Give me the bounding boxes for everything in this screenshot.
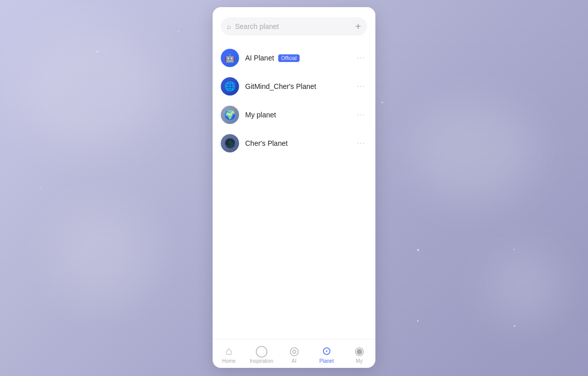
planet-nav-label: Planet — [319, 358, 334, 364]
planet-list-item[interactable]: 🌍My planet··· — [213, 101, 375, 129]
planet-list-item[interactable]: 🤖AI PlanetOfficial··· — [213, 44, 375, 72]
star-decoration — [178, 30, 179, 32]
planet-info: AI PlanetOfficial — [245, 54, 349, 62]
home-nav-icon: ⌂ — [225, 346, 232, 357]
star-decoration — [41, 188, 42, 189]
nav-item-ai[interactable]: ◎AI — [278, 343, 310, 366]
planet-info: Cher's Planet — [245, 139, 349, 147]
star-decoration — [417, 249, 419, 251]
star-decoration — [514, 325, 515, 327]
nav-item-inspiration[interactable]: ◯Inspiration — [245, 343, 278, 366]
star-decoration — [514, 249, 515, 250]
planet-more-button[interactable]: ··· — [355, 137, 367, 150]
blob-decoration — [410, 102, 537, 203]
nav-item-my[interactable]: ◉My — [343, 343, 375, 366]
nav-item-home[interactable]: ⌂Home — [213, 343, 245, 366]
my-nav-icon: ◉ — [355, 346, 364, 357]
planet-more-button[interactable]: ··· — [355, 80, 367, 93]
nav-item-planet[interactable]: ⊙Planet — [310, 343, 343, 366]
planet-avatar: 🌑 — [221, 134, 239, 152]
plus-icon: + — [355, 21, 361, 32]
blob-decoration — [486, 249, 563, 325]
bottom-nav: ⌂Home◯Inspiration◎AI⊙Planet◉My — [213, 339, 375, 368]
blob-decoration — [15, 25, 168, 152]
star-decoration — [381, 102, 383, 103]
planet-more-button[interactable]: ··· — [355, 51, 367, 65]
add-planet-button[interactable]: + — [355, 21, 361, 32]
ai-nav-label: AI — [291, 358, 296, 364]
star-decoration — [417, 320, 419, 322]
inspiration-nav-label: Inspiration — [250, 358, 273, 364]
planet-more-button[interactable]: ··· — [355, 108, 367, 121]
search-input[interactable] — [235, 22, 351, 30]
planet-list-item[interactable]: 🌐GitMind_Cher's Planet··· — [213, 72, 375, 101]
inspiration-nav-icon: ◯ — [255, 346, 268, 357]
planet-panel: × ▶ ⌕ + 🤖AI PlanetOfficial···🌐GitMind_Ch… — [213, 7, 375, 368]
search-area: ⌕ + — [213, 7, 375, 42]
search-icon: ⌕ — [227, 22, 231, 30]
planet-info: My planet — [245, 111, 349, 119]
planet-list: 🤖AI PlanetOfficial···🌐GitMind_Cher's Pla… — [213, 42, 375, 339]
planet-list-item[interactable]: 🌑Cher's Planet··· — [213, 129, 375, 158]
planet-name: My planet — [245, 111, 276, 119]
my-nav-label: My — [356, 358, 362, 364]
planet-info: GitMind_Cher's Planet — [245, 82, 349, 90]
search-bar: ⌕ + — [221, 17, 367, 36]
planet-avatar: 🌐 — [221, 77, 239, 96]
planet-name: GitMind_Cher's Planet — [245, 82, 316, 90]
planet-name: Cher's Planet — [245, 139, 288, 147]
star-decoration — [97, 51, 98, 52]
planet-avatar: 🤖 — [221, 49, 239, 67]
ai-nav-icon: ◎ — [289, 346, 299, 357]
blob-decoration — [51, 203, 153, 305]
planet-name: AI Planet — [245, 54, 274, 62]
home-nav-label: Home — [222, 358, 236, 364]
planet-nav-icon: ⊙ — [322, 346, 331, 357]
official-badge: Official — [278, 54, 300, 62]
planet-avatar: 🌍 — [221, 106, 239, 124]
